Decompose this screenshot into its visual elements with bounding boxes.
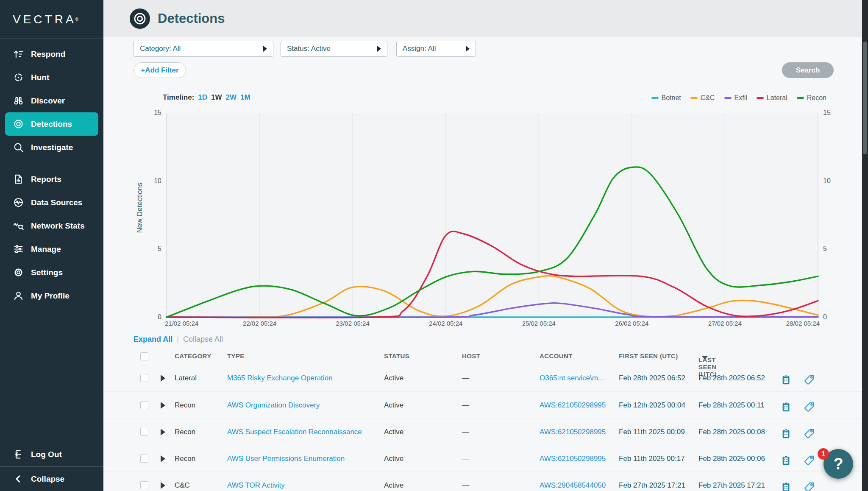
detections-icon	[13, 118, 24, 130]
column-category[interactable]: CATEGORY	[175, 352, 211, 360]
sidebar-collapse-button[interactable]: Collapse	[0, 466, 103, 491]
row-expand-arrow[interactable]	[161, 402, 165, 409]
tag-icon[interactable]	[804, 481, 815, 491]
row-status: Active	[384, 374, 403, 382]
my-profile-icon	[13, 290, 24, 301]
legend-label: Exfil	[734, 94, 747, 102]
sidebar-item-detections[interactable]: Detections	[5, 112, 98, 136]
legend-item-lateral[interactable]: Lateral	[757, 94, 787, 102]
legend-swatch	[651, 97, 659, 99]
sidebar-item-my-profile[interactable]: My Profile	[0, 284, 103, 307]
row-type-link[interactable]: M365 Risky Exchange Operation	[227, 374, 333, 382]
sidebar-item-label: Detections	[31, 120, 72, 129]
row-account-link[interactable]: AWS:621050298995	[540, 428, 606, 436]
row-expand-arrow[interactable]	[161, 375, 165, 382]
column-status[interactable]: STATUS	[384, 352, 409, 360]
row-type-link[interactable]: AWS User Permissions Enumeration	[227, 455, 345, 463]
separator: |	[177, 335, 179, 344]
svg-text:21/02 05:24: 21/02 05:24	[165, 320, 198, 327]
row-category: Lateral	[175, 374, 197, 382]
sidebar-item-manage[interactable]: Manage	[0, 237, 103, 261]
row-account-link[interactable]: AWS:621050298995	[540, 455, 606, 463]
sidebar-bottom: Log Out Collapse	[0, 442, 103, 491]
expand-all-link[interactable]: Expand All	[134, 335, 172, 344]
clipboard-icon[interactable]	[780, 455, 792, 466]
row-type-link[interactable]: AWS TOR Activity	[227, 481, 285, 490]
sidebar-item-label: Reports	[31, 175, 61, 184]
logout-icon	[13, 449, 24, 460]
legend-item-recon[interactable]: Recon	[797, 94, 826, 102]
row-type-link[interactable]: AWS Organization Discovery	[227, 401, 320, 410]
clipboard-icon[interactable]	[780, 481, 792, 491]
row-expand-arrow[interactable]	[161, 455, 165, 462]
row-expand-arrow[interactable]	[161, 429, 165, 435]
sidebar-item-label: My Profile	[31, 291, 70, 301]
sidebar-item-investigate[interactable]: Investigate	[0, 136, 103, 159]
sidebar-nav: RespondHuntDiscoverDetectionsInvestigate…	[0, 42, 103, 307]
scrollbar-track[interactable]	[862, 0, 868, 491]
row-status: Active	[384, 401, 403, 410]
legend-item-exfil[interactable]: Exfil	[724, 94, 747, 102]
sidebar-item-hunt[interactable]: Hunt	[0, 66, 103, 89]
column-type[interactable]: TYPE	[227, 352, 245, 360]
clipboard-icon[interactable]	[780, 374, 792, 385]
sidebar-item-reports[interactable]: Reports	[0, 167, 103, 191]
table-row: Lateral M365 Risky Exchange Operation Ac…	[103, 365, 862, 391]
svg-text:0: 0	[158, 313, 161, 321]
search-button[interactable]: Search	[782, 62, 834, 78]
collapse-all-link[interactable]: Collapse All	[183, 335, 223, 344]
row-first-seen: Feb 27th 2025 17:21	[619, 481, 685, 490]
sidebar-item-log-out[interactable]: Log Out	[0, 442, 103, 466]
vectra-logo: VECTRA®	[0, 0, 103, 39]
tag-icon[interactable]	[804, 455, 815, 466]
respond-icon	[13, 48, 24, 60]
column-account[interactable]: ACCOUNT	[540, 352, 573, 360]
clipboard-icon[interactable]	[780, 428, 792, 439]
category-filter-dropdown[interactable]: Category: All	[134, 41, 273, 57]
table-row: Recon AWS Organization Discovery Active …	[103, 391, 862, 418]
tag-icon[interactable]	[804, 428, 815, 439]
row-account-link[interactable]: O365:nt service\m...	[540, 374, 604, 382]
sidebar-item-label: Respond	[31, 50, 65, 59]
timeline-option-2w[interactable]: 2W	[226, 93, 237, 101]
timeline-option-1d[interactable]: 1D	[198, 93, 207, 101]
legend-swatch	[724, 97, 732, 99]
tag-icon[interactable]	[804, 401, 815, 413]
select-all-checkbox[interactable]	[140, 352, 148, 360]
sidebar-item-discover[interactable]: Discover	[0, 89, 103, 112]
help-button[interactable]: ? 1	[823, 449, 853, 479]
add-filter-button[interactable]: +Add Filter	[134, 62, 186, 78]
clipboard-icon[interactable]	[780, 401, 792, 413]
row-status: Active	[384, 455, 403, 463]
assign-filter-dropdown[interactable]: Assign: All	[396, 41, 476, 57]
notification-badge: 1	[818, 448, 829, 460]
status-filter-dropdown[interactable]: Status: Active	[281, 41, 387, 57]
row-checkbox[interactable]	[140, 428, 148, 436]
sidebar-item-data-sources[interactable]: Data Sources	[0, 191, 103, 214]
hunt-icon	[13, 72, 24, 83]
row-account-link[interactable]: AWS:290458544050	[540, 481, 606, 490]
sidebar-item-network-stats[interactable]: Network Stats	[0, 214, 103, 237]
row-checkbox[interactable]	[140, 481, 148, 489]
scrollbar-thumb[interactable]	[863, 42, 867, 154]
tag-icon[interactable]	[804, 374, 815, 385]
reports-icon	[13, 173, 24, 185]
row-host: —	[462, 481, 469, 490]
legend-item-cc[interactable]: C&C	[690, 94, 715, 102]
row-checkbox[interactable]	[140, 374, 148, 382]
legend-item-botnet[interactable]: Botnet	[651, 94, 681, 102]
row-expand-arrow[interactable]	[161, 482, 165, 489]
row-checkbox[interactable]	[140, 401, 148, 409]
column-first-seen[interactable]: FIRST SEEN (UTC)	[619, 352, 678, 360]
main-content: Category: All Status: Active Assign: All…	[103, 37, 868, 491]
sidebar-item-respond[interactable]: Respond	[0, 42, 103, 66]
timeline-option-1m[interactable]: 1M	[240, 93, 250, 101]
sidebar-item-label: Investigate	[31, 143, 73, 152]
timeline-option-1w[interactable]: 1W	[211, 93, 222, 101]
row-type-link[interactable]: AWS Suspect Escalation Reconnaissance	[227, 428, 362, 436]
row-checkbox[interactable]	[140, 455, 148, 463]
column-host[interactable]: HOST	[462, 352, 480, 360]
row-account-link[interactable]: AWS:621050298995	[540, 401, 606, 410]
status-filter-label: Status: Active	[287, 45, 331, 53]
sidebar-item-settings[interactable]: Settings	[0, 261, 103, 284]
